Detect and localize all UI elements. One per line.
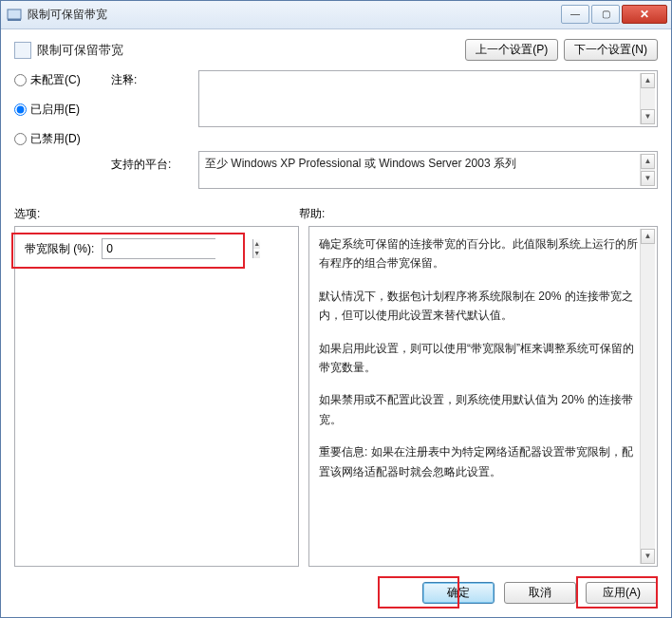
help-para: 默认情况下，数据包计划程序将系统限制在 20% 的连接带宽之内，但可以使用此设置… [319, 287, 640, 326]
help-scrollbar[interactable]: ▲ ▼ [640, 229, 655, 564]
scroll-up-icon[interactable]: ▲ [641, 229, 655, 244]
ok-button[interactable]: 确定 [422, 582, 495, 604]
policy-icon [14, 42, 31, 59]
svg-rect-1 [8, 19, 21, 21]
comment-label: 注释: [111, 70, 187, 88]
config-grid: 未配置(C) 已启用(E) 已禁用(D) 注释: ▲ ▼ 支持 [14, 70, 658, 189]
header-row: 限制可保留带宽 上一个设置(P) 下一个设置(N) [14, 39, 658, 61]
help-para: 重要信息: 如果在注册表中为特定网络适配器设置带宽限制，配置该网络适配器时就会忽… [319, 442, 640, 481]
radio-disabled-input[interactable] [14, 133, 27, 145]
help-para: 确定系统可保留的连接带宽的百分比。此值限制系统上运行的所有程序的组合带宽保留。 [319, 234, 640, 273]
section-labels: 选项: 帮助: [14, 206, 658, 222]
close-button[interactable]: ✕ [622, 5, 667, 24]
options-panel: 带宽限制 (%): ▲ ▼ [14, 226, 299, 567]
cancel-button[interactable]: 取消 [504, 582, 576, 604]
scroll-up-icon[interactable]: ▲ [641, 154, 655, 169]
radio-enabled-input[interactable] [14, 103, 27, 116]
platform-box: 至少 Windows XP Professional 或 Windows Ser… [198, 151, 658, 189]
platform-scrollbar[interactable]: ▲ ▼ [640, 154, 655, 186]
bandwidth-row: 带宽限制 (%): ▲ ▼ [25, 238, 289, 259]
comment-textarea[interactable]: ▲ ▼ [198, 70, 658, 127]
nav-buttons: 上一个设置(P) 下一个设置(N) [465, 39, 658, 61]
prev-setting-button[interactable]: 上一个设置(P) [465, 39, 558, 61]
spinner-up-icon[interactable]: ▲ [253, 239, 260, 249]
window-title: 限制可保留带宽 [28, 7, 559, 23]
minimize-button[interactable]: — [561, 5, 589, 24]
radio-unconfigured[interactable]: 未配置(C) [14, 72, 100, 88]
scroll-up-icon[interactable]: ▲ [641, 73, 655, 88]
scroll-down-icon[interactable]: ▼ [641, 109, 655, 124]
help-para: 如果禁用或不配置此设置，则系统使用默认值为 20% 的连接带宽。 [319, 390, 640, 429]
maximize-button[interactable]: ▢ [591, 5, 620, 24]
platform-text: 至少 Windows XP Professional 或 Windows Ser… [205, 157, 516, 170]
help-label: 帮助: [299, 206, 325, 222]
radio-unconfigured-input[interactable] [14, 74, 27, 86]
svg-rect-0 [8, 9, 21, 19]
radio-unconfigured-label: 未配置(C) [30, 72, 81, 88]
app-icon [7, 8, 22, 23]
spinner-buttons: ▲ ▼ [252, 239, 260, 258]
spinner-down-icon[interactable]: ▼ [253, 249, 260, 258]
lower-panels: 带宽限制 (%): ▲ ▼ 确定系统可保留的连接带宽的百分比。此值限制系统上运行… [14, 226, 658, 567]
footer-buttons: 确定 取消 应用(A) [14, 567, 658, 604]
scroll-down-icon[interactable]: ▼ [641, 171, 655, 186]
radio-enabled-label: 已启用(E) [30, 102, 80, 118]
scroll-down-icon[interactable]: ▼ [641, 549, 655, 564]
options-label: 选项: [14, 206, 299, 222]
help-para: 如果启用此设置，则可以使用“带宽限制”框来调整系统可保留的带宽数量。 [319, 339, 640, 378]
help-panel: 确定系统可保留的连接带宽的百分比。此值限制系统上运行的所有程序的组合带宽保留。 … [308, 226, 658, 567]
titlebar[interactable]: 限制可保留带宽 — ▢ ✕ [1, 1, 671, 29]
next-setting-button[interactable]: 下一个设置(N) [564, 39, 658, 61]
dialog-window: 限制可保留带宽 — ▢ ✕ 限制可保留带宽 上一个设置(P) 下一个设置(N) … [0, 0, 672, 618]
bandwidth-input[interactable] [103, 239, 252, 258]
radio-disabled[interactable]: 已禁用(D) [14, 131, 100, 147]
window-controls: — ▢ ✕ [559, 5, 667, 26]
radio-disabled-label: 已禁用(D) [30, 131, 81, 147]
bandwidth-spinner[interactable]: ▲ ▼ [102, 238, 215, 259]
content-area: 限制可保留带宽 上一个设置(P) 下一个设置(N) 未配置(C) 已启用(E) … [1, 29, 671, 617]
radio-enabled[interactable]: 已启用(E) [14, 102, 100, 118]
bandwidth-label: 带宽限制 (%): [25, 241, 94, 257]
radio-group: 未配置(C) 已启用(E) 已禁用(D) [14, 70, 100, 147]
apply-button[interactable]: 应用(A) [586, 582, 658, 604]
platform-label: 支持的平台: [111, 151, 187, 173]
page-title: 限制可保留带宽 [37, 42, 465, 59]
comment-scrollbar[interactable]: ▲ ▼ [640, 73, 655, 124]
